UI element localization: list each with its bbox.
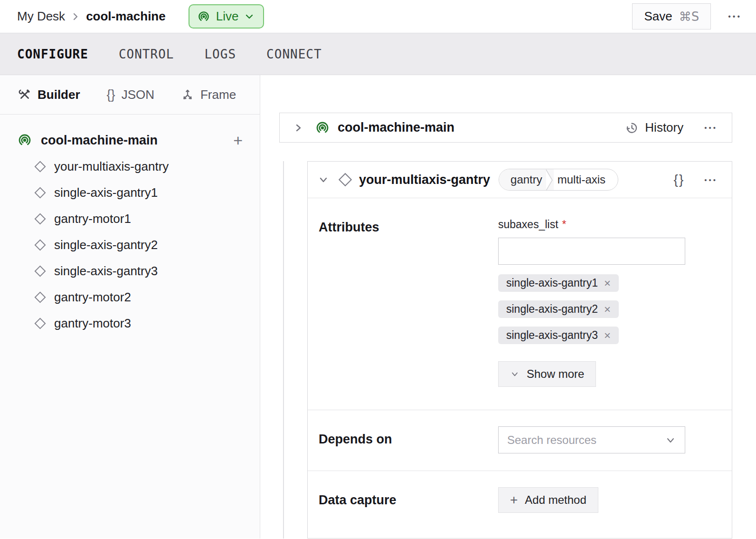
header-overflow-menu-icon[interactable]: ••• bbox=[728, 13, 742, 20]
add-component-icon[interactable]: + bbox=[233, 132, 243, 148]
machine-status-dropdown[interactable]: Live bbox=[189, 4, 265, 29]
plus-icon: + bbox=[510, 493, 518, 507]
machine-card-header: cool-machine-main History ••• bbox=[279, 113, 732, 143]
attributes-section: Attributes subaxes_list * single-axis-ga… bbox=[308, 198, 732, 410]
mode-builder-label: Builder bbox=[38, 87, 80, 102]
tree-item-single-axis-gantry3[interactable]: single-axis-gantry3 bbox=[0, 258, 260, 284]
subaxes-chip-list: single-axis-gantry1 × single-axis-gantry… bbox=[498, 274, 685, 344]
tab-control[interactable]: CONTROL bbox=[119, 47, 174, 61]
history-label: History bbox=[645, 120, 683, 135]
braces-icon: {} bbox=[107, 87, 115, 102]
component-diamond-icon bbox=[34, 265, 46, 277]
mode-json-label: JSON bbox=[122, 87, 154, 102]
edit-json-icon[interactable]: {} bbox=[674, 172, 685, 187]
chevron-down-icon bbox=[510, 369, 520, 379]
tree-root-label: cool-machine-main bbox=[41, 133, 158, 148]
machine-card-menu-icon[interactable]: ••• bbox=[704, 124, 718, 131]
show-more-label: Show more bbox=[527, 367, 584, 381]
view-mode-switcher: Builder {} JSON Frame bbox=[0, 75, 260, 115]
component-card-title: your-multiaxis-gantry bbox=[359, 173, 490, 187]
component-card: your-multiaxis-gantry gantry multi-axis … bbox=[307, 161, 732, 539]
remove-chip-icon[interactable]: × bbox=[604, 304, 611, 315]
frame-axes-icon bbox=[181, 88, 194, 101]
chevron-right-icon[interactable] bbox=[294, 121, 303, 135]
breadcrumb-parent[interactable]: My Desk bbox=[17, 9, 65, 24]
top-header: My Desk cool-machine Live Save ⌘S ••• bbox=[0, 0, 756, 33]
remove-chip-icon[interactable]: × bbox=[604, 330, 611, 341]
tag-multi-axis: multi-axis bbox=[554, 169, 618, 190]
component-diamond-icon bbox=[34, 213, 46, 224]
broadcast-icon bbox=[197, 10, 210, 23]
mode-json[interactable]: {} JSON bbox=[107, 87, 154, 102]
data-capture-heading: Data capture bbox=[319, 487, 498, 513]
add-method-button[interactable]: + Add method bbox=[498, 487, 598, 513]
tree-item-gantry-motor1[interactable]: gantry-motor1 bbox=[0, 206, 260, 232]
config-sidebar: Builder {} JSON Frame bbox=[0, 75, 260, 539]
broadcast-icon bbox=[17, 133, 32, 148]
required-asterisk: * bbox=[562, 218, 567, 231]
tree-item-your-multiaxis-gantry[interactable]: your-multiaxis-gantry bbox=[0, 154, 260, 180]
depends-on-heading: Depends on bbox=[319, 426, 498, 453]
broadcast-icon bbox=[315, 120, 330, 135]
component-card-header: your-multiaxis-gantry gantry multi-axis … bbox=[308, 162, 732, 198]
machine-card-title: cool-machine-main bbox=[338, 120, 454, 135]
chip-single-axis-gantry3: single-axis-gantry3 × bbox=[498, 327, 619, 344]
remove-chip-icon[interactable]: × bbox=[604, 278, 611, 289]
tree-root-machine[interactable]: cool-machine-main + bbox=[0, 127, 260, 154]
save-shortcut: ⌘S bbox=[679, 10, 699, 24]
tab-logs[interactable]: LOGS bbox=[204, 47, 236, 61]
component-diamond-icon bbox=[34, 318, 46, 329]
tree-item-single-axis-gantry1[interactable]: single-axis-gantry1 bbox=[0, 180, 260, 206]
tab-connect[interactable]: CONNECT bbox=[266, 47, 322, 61]
tree-item-single-axis-gantry2[interactable]: single-axis-gantry2 bbox=[0, 232, 260, 258]
mode-builder[interactable]: Builder bbox=[18, 87, 80, 102]
breadcrumb-current: cool-machine bbox=[86, 9, 166, 24]
component-diamond-icon bbox=[34, 291, 46, 303]
tab-configure[interactable]: CONFIGURE bbox=[17, 47, 88, 61]
main-nav-tabs: CONFIGURE CONTROL LOGS CONNECT bbox=[0, 33, 756, 75]
show-more-button[interactable]: Show more bbox=[498, 361, 596, 387]
tree-item-gantry-motor3[interactable]: gantry-motor3 bbox=[0, 310, 260, 337]
component-card-menu-icon[interactable]: ••• bbox=[704, 176, 718, 183]
mode-frame[interactable]: Frame bbox=[181, 87, 236, 102]
subaxes-list-label: subaxes_list bbox=[498, 218, 558, 231]
history-icon bbox=[624, 121, 639, 135]
machine-children-group: your-multiaxis-gantry gantry multi-axis … bbox=[283, 161, 732, 539]
chevron-down-icon[interactable] bbox=[318, 174, 329, 185]
chevron-down-icon bbox=[244, 11, 255, 22]
attributes-heading: Attributes bbox=[319, 218, 498, 387]
mode-frame-label: Frame bbox=[200, 87, 236, 102]
resource-tree: cool-machine-main + your-multiaxis-gantr… bbox=[0, 115, 260, 337]
tag-separator-icon bbox=[545, 169, 554, 190]
depends-on-select[interactable]: Search resources bbox=[498, 426, 685, 453]
component-type-tags: gantry multi-axis bbox=[499, 169, 618, 191]
add-method-label: Add method bbox=[525, 493, 586, 507]
depends-on-section: Depends on Search resources bbox=[308, 410, 732, 471]
component-diamond-icon bbox=[34, 161, 46, 172]
tree-item-gantry-motor2[interactable]: gantry-motor2 bbox=[0, 284, 260, 310]
config-main-panel: cool-machine-main History ••• bbox=[260, 75, 756, 539]
chevron-right-icon bbox=[72, 11, 79, 22]
data-capture-section: Data capture + Add method bbox=[308, 471, 732, 538]
save-button[interactable]: Save ⌘S bbox=[632, 3, 711, 29]
component-diamond-icon bbox=[34, 187, 46, 198]
depends-on-placeholder: Search resources bbox=[507, 433, 596, 447]
history-button[interactable]: History bbox=[624, 120, 683, 135]
tag-gantry: gantry bbox=[499, 169, 545, 190]
component-diamond-icon bbox=[339, 173, 352, 186]
breadcrumb: My Desk cool-machine bbox=[17, 9, 166, 24]
save-label: Save bbox=[644, 9, 672, 24]
tools-icon bbox=[18, 88, 31, 101]
subaxes-list-input[interactable] bbox=[498, 238, 685, 265]
chevron-down-icon bbox=[665, 434, 676, 446]
component-diamond-icon bbox=[34, 239, 46, 250]
status-label: Live bbox=[216, 9, 239, 24]
chip-single-axis-gantry2: single-axis-gantry2 × bbox=[498, 300, 619, 318]
chip-single-axis-gantry1: single-axis-gantry1 × bbox=[498, 274, 619, 292]
